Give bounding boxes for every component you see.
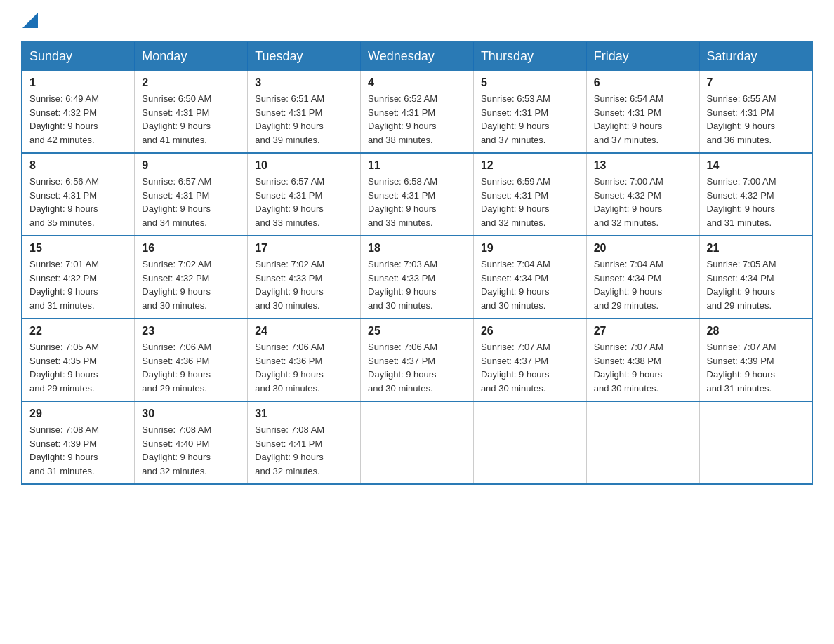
day-info: Sunrise: 7:03 AM Sunset: 4:33 PM Dayligh… [368,257,466,312]
calendar-cell: 28 Sunrise: 7:07 AM Sunset: 4:39 PM Dayl… [699,318,812,401]
day-number: 24 [255,325,353,337]
calendar-cell: 23 Sunrise: 7:06 AM Sunset: 4:36 PM Dayl… [135,318,248,401]
day-info: Sunrise: 6:56 AM Sunset: 4:31 PM Dayligh… [29,175,127,229]
day-info: Sunrise: 6:51 AM Sunset: 4:31 PM Dayligh… [255,92,353,147]
calendar-cell: 29 Sunrise: 7:08 AM Sunset: 4:39 PM Dayl… [22,401,135,484]
calendar-cell [586,401,699,484]
day-number: 9 [142,159,240,172]
calendar-cell: 11 Sunrise: 6:58 AM Sunset: 4:31 PM Dayl… [361,153,474,236]
svg-marker-0 [22,13,38,28]
day-info: Sunrise: 6:57 AM Sunset: 4:31 PM Dayligh… [142,175,240,229]
day-number: 20 [594,242,692,255]
day-number: 28 [707,325,805,337]
day-info: Sunrise: 6:49 AM Sunset: 4:32 PM Dayligh… [29,92,127,147]
day-number: 8 [29,159,127,172]
day-info: Sunrise: 7:02 AM Sunset: 4:32 PM Dayligh… [142,257,240,312]
calendar-cell: 15 Sunrise: 7:01 AM Sunset: 4:32 PM Dayl… [22,236,135,318]
day-number: 30 [142,408,240,420]
day-info: Sunrise: 6:57 AM Sunset: 4:31 PM Dayligh… [255,175,353,229]
logo [21,14,38,27]
day-number: 22 [29,325,127,337]
day-number: 21 [707,242,805,255]
calendar-cell: 24 Sunrise: 7:06 AM Sunset: 4:36 PM Dayl… [248,318,361,401]
day-number: 23 [142,325,240,337]
day-info: Sunrise: 7:07 AM Sunset: 4:38 PM Dayligh… [594,340,692,395]
calendar-cell [361,401,474,484]
day-info: Sunrise: 7:08 AM Sunset: 4:40 PM Dayligh… [142,423,240,478]
calendar-cell: 31 Sunrise: 7:08 AM Sunset: 4:41 PM Dayl… [248,401,361,484]
day-number: 13 [594,159,692,172]
calendar-cell: 22 Sunrise: 7:05 AM Sunset: 4:35 PM Dayl… [22,318,135,401]
day-info: Sunrise: 6:58 AM Sunset: 4:31 PM Dayligh… [368,175,466,229]
day-number: 1 [29,76,127,89]
day-number: 3 [255,76,353,89]
day-info: Sunrise: 6:55 AM Sunset: 4:31 PM Dayligh… [707,92,805,147]
calendar-cell: 19 Sunrise: 7:04 AM Sunset: 4:34 PM Dayl… [473,236,586,318]
calendar-cell: 14 Sunrise: 7:00 AM Sunset: 4:32 PM Dayl… [699,153,812,236]
day-info: Sunrise: 7:00 AM Sunset: 4:32 PM Dayligh… [707,175,805,229]
col-header-sunday: Sunday [22,41,135,71]
day-number: 14 [707,159,805,172]
col-header-saturday: Saturday [699,41,812,71]
calendar-cell: 18 Sunrise: 7:03 AM Sunset: 4:33 PM Dayl… [361,236,474,318]
calendar-cell: 16 Sunrise: 7:02 AM Sunset: 4:32 PM Dayl… [135,236,248,318]
day-number: 5 [481,76,579,89]
day-number: 17 [255,242,353,255]
calendar-cell: 10 Sunrise: 6:57 AM Sunset: 4:31 PM Dayl… [248,153,361,236]
calendar-cell [473,401,586,484]
day-number: 2 [142,76,240,89]
calendar-week-row: 22 Sunrise: 7:05 AM Sunset: 4:35 PM Dayl… [22,318,812,401]
day-info: Sunrise: 7:07 AM Sunset: 4:37 PM Dayligh… [481,340,579,395]
calendar-cell: 6 Sunrise: 6:54 AM Sunset: 4:31 PM Dayli… [586,71,699,153]
day-number: 16 [142,242,240,255]
calendar-week-row: 8 Sunrise: 6:56 AM Sunset: 4:31 PM Dayli… [22,153,812,236]
day-number: 4 [368,76,466,89]
calendar-header-row: SundayMondayTuesdayWednesdayThursdayFrid… [22,41,812,71]
calendar-cell: 5 Sunrise: 6:53 AM Sunset: 4:31 PM Dayli… [473,71,586,153]
calendar-cell: 25 Sunrise: 7:06 AM Sunset: 4:37 PM Dayl… [361,318,474,401]
calendar-cell: 7 Sunrise: 6:55 AM Sunset: 4:31 PM Dayli… [699,71,812,153]
day-info: Sunrise: 7:07 AM Sunset: 4:39 PM Dayligh… [707,340,805,395]
calendar-cell: 8 Sunrise: 6:56 AM Sunset: 4:31 PM Dayli… [22,153,135,236]
calendar-cell: 20 Sunrise: 7:04 AM Sunset: 4:34 PM Dayl… [586,236,699,318]
day-number: 12 [481,159,579,172]
day-number: 31 [255,408,353,420]
day-info: Sunrise: 6:52 AM Sunset: 4:31 PM Dayligh… [368,92,466,147]
calendar-week-row: 15 Sunrise: 7:01 AM Sunset: 4:32 PM Dayl… [22,236,812,318]
calendar-cell: 2 Sunrise: 6:50 AM Sunset: 4:31 PM Dayli… [135,71,248,153]
calendar-cell: 4 Sunrise: 6:52 AM Sunset: 4:31 PM Dayli… [361,71,474,153]
calendar-cell: 27 Sunrise: 7:07 AM Sunset: 4:38 PM Dayl… [586,318,699,401]
page-header [21,14,813,27]
day-number: 27 [594,325,692,337]
day-number: 25 [368,325,466,337]
day-info: Sunrise: 6:54 AM Sunset: 4:31 PM Dayligh… [594,92,692,147]
day-info: Sunrise: 7:04 AM Sunset: 4:34 PM Dayligh… [594,257,692,312]
day-number: 15 [29,242,127,255]
day-number: 6 [594,76,692,89]
day-info: Sunrise: 7:01 AM Sunset: 4:32 PM Dayligh… [29,257,127,312]
calendar-cell: 17 Sunrise: 7:02 AM Sunset: 4:33 PM Dayl… [248,236,361,318]
day-info: Sunrise: 7:02 AM Sunset: 4:33 PM Dayligh… [255,257,353,312]
day-number: 10 [255,159,353,172]
calendar-cell: 9 Sunrise: 6:57 AM Sunset: 4:31 PM Dayli… [135,153,248,236]
day-info: Sunrise: 7:00 AM Sunset: 4:32 PM Dayligh… [594,175,692,229]
calendar-cell: 3 Sunrise: 6:51 AM Sunset: 4:31 PM Dayli… [248,71,361,153]
day-info: Sunrise: 7:08 AM Sunset: 4:41 PM Dayligh… [255,423,353,478]
calendar-cell [699,401,812,484]
day-info: Sunrise: 6:53 AM Sunset: 4:31 PM Dayligh… [481,92,579,147]
day-number: 26 [481,325,579,337]
col-header-tuesday: Tuesday [248,41,361,71]
calendar-cell: 1 Sunrise: 6:49 AM Sunset: 4:32 PM Dayli… [22,71,135,153]
day-info: Sunrise: 7:04 AM Sunset: 4:34 PM Dayligh… [481,257,579,312]
col-header-friday: Friday [586,41,699,71]
calendar-cell: 13 Sunrise: 7:00 AM Sunset: 4:32 PM Dayl… [586,153,699,236]
day-number: 18 [368,242,466,255]
col-header-wednesday: Wednesday [361,41,474,71]
calendar-week-row: 1 Sunrise: 6:49 AM Sunset: 4:32 PM Dayli… [22,71,812,153]
day-number: 7 [707,76,805,89]
day-number: 29 [29,408,127,420]
calendar-week-row: 29 Sunrise: 7:08 AM Sunset: 4:39 PM Dayl… [22,401,812,484]
day-info: Sunrise: 7:06 AM Sunset: 4:37 PM Dayligh… [368,340,466,395]
day-info: Sunrise: 6:59 AM Sunset: 4:31 PM Dayligh… [481,175,579,229]
calendar-cell: 21 Sunrise: 7:05 AM Sunset: 4:34 PM Dayl… [699,236,812,318]
